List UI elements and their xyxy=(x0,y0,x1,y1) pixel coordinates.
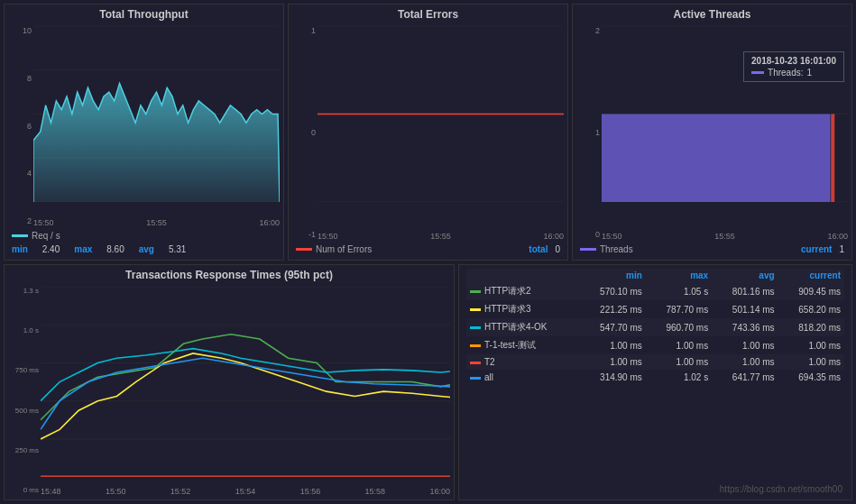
errors-chart-area: 1 0 -1 15:50 15:55 16:00 xyxy=(292,24,564,241)
legend-row-max: 960.70 ms xyxy=(646,318,712,336)
legend-row-min: 221.25 ms xyxy=(579,300,645,318)
errors-title: Total Errors xyxy=(292,8,564,21)
throughput-svg xyxy=(33,26,280,202)
throughput-legend-label: Req / s xyxy=(32,231,60,241)
legend-row-name: HTTP请求3 xyxy=(466,300,579,318)
legend-row-name: T2 xyxy=(466,354,579,370)
legend-row-min: 570.10 ms xyxy=(579,282,645,300)
col-avg: avg xyxy=(712,269,778,282)
threads-legend-label: Threads xyxy=(600,244,633,254)
col-name xyxy=(466,269,579,282)
legend-color xyxy=(470,308,481,311)
legend-row-max: 1.00 ms xyxy=(646,354,712,370)
throughput-title: Total Throughput xyxy=(8,8,280,21)
tooltip-item: Threads: 1 xyxy=(751,68,836,78)
threads-tooltip: 2018-10-23 16:01:00 Threads: 1 xyxy=(743,51,844,82)
throughput-min-label: min xyxy=(12,244,28,254)
errors-x-labels: 15:50 15:55 16:00 xyxy=(318,232,564,241)
rt-y-labels: 1.3 s 1.0 s 750 ms 500 ms 250 ms 0 ms xyxy=(8,285,41,496)
legend-row-avg: 743.36 ms xyxy=(712,318,778,336)
errors-total-label: total xyxy=(529,244,548,254)
rt-x-labels: 15:48 15:50 15:52 15:54 15:56 15:58 16:0… xyxy=(41,487,450,496)
top-charts-row: Total Throughput 10 8 6 4 2 xyxy=(4,4,852,261)
throughput-chart-area: 10 8 6 4 2 xyxy=(8,24,280,227)
legend-row: HTTP请求4-OK 547.70 ms 960.70 ms 743.36 ms… xyxy=(466,318,844,336)
legend-row-current: 1.00 ms xyxy=(778,354,844,370)
response-times-chart-area: 1.3 s 1.0 s 750 ms 500 ms 250 ms 0 ms xyxy=(8,285,450,496)
legend-color xyxy=(470,290,481,293)
errors-total-val: 0 xyxy=(555,244,560,254)
throughput-x-labels: 15:50 15:55 16:00 xyxy=(33,218,280,227)
legend-row: HTTP请求2 570.10 ms 1.05 s 801.16 ms 909.4… xyxy=(466,282,844,300)
col-current: current xyxy=(778,269,844,282)
threads-current-label: current xyxy=(801,244,832,254)
response-times-title: Transactions Response Times (95th pct) xyxy=(8,269,450,281)
errors-y-labels: 1 0 -1 xyxy=(292,24,318,241)
legend-row: all 314.90 ms 1.02 s 641.77 ms 694.35 ms xyxy=(466,370,844,385)
legend-row: HTTP请求3 221.25 ms 787.70 ms 501.14 ms 65… xyxy=(466,300,844,318)
legend-row-name: HTTP请求4-OK xyxy=(466,318,579,336)
throughput-panel: Total Throughput 10 8 6 4 2 xyxy=(4,4,284,261)
threads-legend: Threads current 1 xyxy=(576,241,848,256)
legend-row-avg: 1.00 ms xyxy=(712,336,778,354)
legend-row-avg: 1.00 ms xyxy=(712,354,778,370)
legend-row-max: 1.05 s xyxy=(646,282,712,300)
legend-row-current: 909.45 ms xyxy=(778,282,844,300)
threads-current-val: 1 xyxy=(839,244,844,254)
legend-color xyxy=(470,362,481,364)
legend-row-avg: 801.16 ms xyxy=(712,282,778,300)
tooltip-date: 2018-10-23 16:01:00 xyxy=(751,56,836,66)
throughput-min-val: 2.40 xyxy=(42,244,60,254)
response-times-panel: Transactions Response Times (95th pct) 1… xyxy=(4,264,455,500)
watermark: https://blog.csdn.net/smooth00 xyxy=(720,484,842,494)
legend-color xyxy=(470,377,481,380)
legend-row-min: 1.00 ms xyxy=(579,354,645,370)
legend-row: T-1-test-测试 1.00 ms 1.00 ms 1.00 ms 1.00… xyxy=(466,336,844,354)
threads-y-labels: 2 1 0 xyxy=(576,24,602,241)
errors-legend-line xyxy=(296,248,312,251)
throughput-stats: min 2.40 max 8.60 avg 5.31 xyxy=(8,243,280,256)
errors-svg xyxy=(318,26,564,202)
throughput-avg-val: 5.31 xyxy=(169,244,186,254)
legend-color xyxy=(470,344,481,347)
legend-row-avg: 641.77 ms xyxy=(712,370,778,385)
errors-legend: Num of Errors total 0 xyxy=(292,241,564,256)
legend-row-current: 694.35 ms xyxy=(778,370,844,385)
legend-row-max: 1.00 ms xyxy=(646,336,712,354)
bottom-row: Transactions Response Times (95th pct) 1… xyxy=(4,264,852,500)
dashboard: Total Throughput 10 8 6 4 2 xyxy=(0,0,856,504)
threads-title: Active Threads xyxy=(576,8,848,21)
throughput-avg-label: avg xyxy=(139,244,154,254)
col-min: min xyxy=(579,269,645,282)
legend-row: T2 1.00 ms 1.00 ms 1.00 ms 1.00 ms xyxy=(466,354,844,370)
legend-row-min: 1.00 ms xyxy=(579,336,645,354)
col-max: max xyxy=(646,269,712,282)
legend-row-max: 787.70 ms xyxy=(646,300,712,318)
threads-legend-line xyxy=(580,248,596,251)
throughput-y-labels: 10 8 6 4 2 xyxy=(8,24,33,227)
legend-row-name: T-1-test-测试 xyxy=(466,336,579,354)
threads-x-labels: 15:50 15:55 16:00 xyxy=(602,232,848,241)
legend-row-name: all xyxy=(466,370,579,385)
errors-legend-label: Num of Errors xyxy=(316,244,372,254)
throughput-max-label: max xyxy=(74,244,92,254)
legend-row-min: 314.90 ms xyxy=(579,370,645,385)
throughput-legend-line xyxy=(12,234,28,237)
legend-row-avg: 501.14 ms xyxy=(712,300,778,318)
legend-row-current: 1.00 ms xyxy=(778,336,844,354)
tooltip-threads-label: Threads: xyxy=(768,68,803,78)
errors-panel: Total Errors 1 0 -1 15:50 15:55 1 xyxy=(288,4,568,261)
svg-rect-12 xyxy=(602,115,831,203)
rt-svg xyxy=(41,287,450,477)
legend-row-min: 547.70 ms xyxy=(579,318,645,336)
legend-table: min max avg current HTTP请求2 570.10 ms 1.… xyxy=(466,269,844,385)
legend-row-current: 818.20 ms xyxy=(778,318,844,336)
throughput-legend: Req / s xyxy=(8,227,280,243)
throughput-max-val: 8.60 xyxy=(106,244,124,254)
legend-color xyxy=(470,326,481,329)
legend-row-max: 1.02 s xyxy=(646,370,712,385)
tooltip-threads-value: 1 xyxy=(807,68,813,78)
response-times-legend-panel: min max avg current HTTP请求2 570.10 ms 1.… xyxy=(458,264,852,500)
threads-chart-area: 2 1 0 15:50 15:55 16:00 xyxy=(576,24,848,241)
legend-row-current: 658.20 ms xyxy=(778,300,844,318)
